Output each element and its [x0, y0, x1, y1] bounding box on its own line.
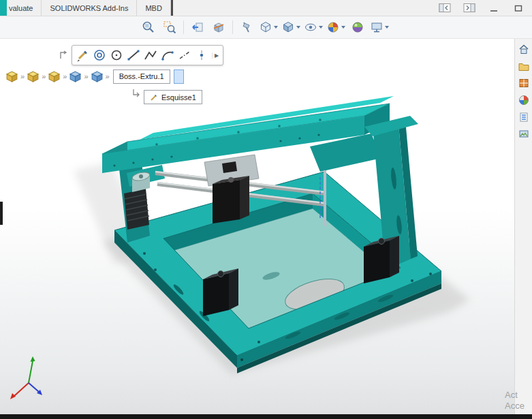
- restore-button[interactable]: [512, 3, 525, 14]
- window-corner-accent: [0, 0, 7, 16]
- breadcrumb-chevron: »: [20, 72, 25, 80]
- circle-tool-button[interactable]: [108, 47, 125, 63]
- restore-icon: [513, 3, 524, 13]
- hide-show-items-button[interactable]: [304, 18, 323, 36]
- feature-name: Boss.-Extru.1: [119, 72, 164, 80]
- sketch-tool-button[interactable]: [74, 47, 91, 63]
- tab-evaluate-label: valuate: [9, 4, 33, 12]
- breadcrumb-part-2[interactable]: »: [27, 70, 48, 83]
- breadcrumb-part-3[interactable]: »: [48, 70, 69, 83]
- task-pane-design-library-button[interactable]: [516, 76, 531, 91]
- sketch-label-box[interactable]: Esquisse1: [144, 90, 202, 104]
- tab-evaluate[interactable]: valuate: [7, 0, 42, 16]
- part-icon: [48, 70, 61, 83]
- task-pane-custom-properties-button[interactable]: [516, 110, 531, 125]
- appearances-sphere-icon: [518, 94, 530, 106]
- collapse-panel-left-button[interactable]: [438, 3, 452, 14]
- activation-watermark: Act Acce: [505, 390, 532, 412]
- display-style-icon: [281, 20, 295, 34]
- breadcrumb-part-1[interactable]: »: [5, 70, 27, 83]
- line-icon: [126, 48, 141, 63]
- task-pane-view-palette-button[interactable]: [516, 127, 531, 142]
- tab-mbd[interactable]: MBD: [137, 0, 170, 16]
- view-settings-button[interactable]: [370, 18, 389, 36]
- model-3d-printer-frame[interactable]: [0, 39, 514, 414]
- collapse-panel-right-icon: [463, 3, 475, 13]
- sketch-name: Esquisse1: [161, 93, 196, 102]
- section-view-icon: [212, 20, 225, 34]
- dropdown-arrow-icon: [274, 26, 278, 29]
- zoom-to-fit-icon: [142, 20, 155, 34]
- zoom-to-fit-button[interactable]: [140, 18, 157, 36]
- sketch-mini-icon: [150, 93, 158, 102]
- watermark-line-1: Act: [505, 390, 532, 401]
- breadcrumb-chevron: »: [42, 72, 46, 80]
- polyline-tool-button[interactable]: [142, 47, 159, 63]
- x-axis-arrow: [10, 393, 16, 399]
- polyline-icon: [143, 48, 158, 63]
- taskbar-strip: [0, 414, 532, 419]
- tab-solidworks-add-ins-label: SOLIDWORKS Add-Ins: [50, 4, 128, 12]
- tab-solidworks-add-ins[interactable]: SOLIDWORKS Add-Ins: [42, 0, 137, 16]
- minimize-button[interactable]: [487, 3, 501, 14]
- dropdown-arrow-icon: [385, 26, 389, 29]
- sketch-icon: [75, 48, 90, 63]
- window-controls: [438, 0, 532, 16]
- left-edge-artifact: [0, 202, 3, 225]
- collapse-panel-right-button[interactable]: [463, 3, 476, 14]
- tree-connector-icon: [131, 88, 141, 99]
- view-settings-icon: [370, 20, 384, 34]
- edit-appearance-button[interactable]: [326, 18, 345, 36]
- dropdown-arrow-icon: [319, 26, 323, 29]
- previous-view-button[interactable]: [189, 18, 206, 36]
- arc-tool-button[interactable]: [159, 47, 176, 63]
- toolbar-separator: [232, 20, 233, 34]
- breadcrumb-feature-1[interactable]: »: [69, 70, 90, 83]
- arc-icon: [160, 48, 175, 63]
- toolbar-separator: [183, 20, 184, 34]
- edit-appearance-icon: [326, 20, 340, 34]
- dynamic-annotation-views-icon: [240, 20, 253, 34]
- centerline-tool-button[interactable]: [176, 47, 193, 63]
- solidworks-window: valuate SOLIDWORKS Add-Ins MBD: [0, 0, 532, 419]
- context-toolbar-flyout-button[interactable]: ▶: [212, 52, 221, 59]
- dynamic-annotation-views-button[interactable]: [238, 18, 255, 36]
- point-tool-button[interactable]: [193, 47, 210, 63]
- dropdown-arrow-icon: [341, 26, 345, 29]
- apply-scene-icon: [351, 20, 364, 34]
- section-view-button[interactable]: [210, 18, 228, 36]
- concentric-relation-button[interactable]: [91, 47, 108, 63]
- apply-scene-button[interactable]: [349, 18, 366, 36]
- context-toolbar: ▶: [59, 45, 223, 65]
- view-orientation-button[interactable]: [259, 18, 278, 36]
- heads-up-toolbar: [0, 16, 532, 39]
- task-pane-file-explorer-button[interactable]: [516, 59, 531, 74]
- line-tool-button[interactable]: [125, 47, 142, 63]
- hide-show-items-icon: [304, 20, 317, 34]
- design-library-icon: [518, 77, 530, 89]
- part-icon: [5, 70, 18, 83]
- circle-icon: [109, 48, 124, 63]
- tab-mbd-label: MBD: [145, 4, 161, 12]
- graphics-area[interactable]: ▶ » » » » »: [0, 39, 514, 414]
- concentric-circles-icon: [92, 48, 107, 63]
- orientation-triad[interactable]: [8, 354, 49, 403]
- centerline-icon: [177, 48, 192, 63]
- task-pane-home-button[interactable]: [516, 42, 531, 57]
- breadcrumb-feature-label[interactable]: Boss.-Extru.1: [113, 69, 170, 84]
- context-toolbar-box: ▶: [72, 45, 223, 65]
- breadcrumb-chevron: »: [84, 72, 88, 80]
- point-icon: [194, 48, 209, 63]
- breadcrumb-selected-chip[interactable]: [174, 69, 184, 84]
- feature-icon: [91, 70, 104, 83]
- display-style-button[interactable]: [281, 18, 300, 36]
- breadcrumb-chevron: »: [106, 72, 110, 80]
- selection-breadcrumbs: » » » » » Boss.-Extru.1: [5, 69, 184, 84]
- breadcrumb-chevron: »: [63, 72, 67, 80]
- custom-properties-icon: [518, 111, 530, 123]
- breadcrumb-feature-2[interactable]: »: [91, 70, 112, 83]
- dropdown-arrow-icon: [296, 26, 300, 29]
- task-pane-appearances-button[interactable]: [516, 93, 531, 108]
- view-orientation-icon: [259, 20, 272, 34]
- zoom-to-area-button[interactable]: [161, 18, 178, 36]
